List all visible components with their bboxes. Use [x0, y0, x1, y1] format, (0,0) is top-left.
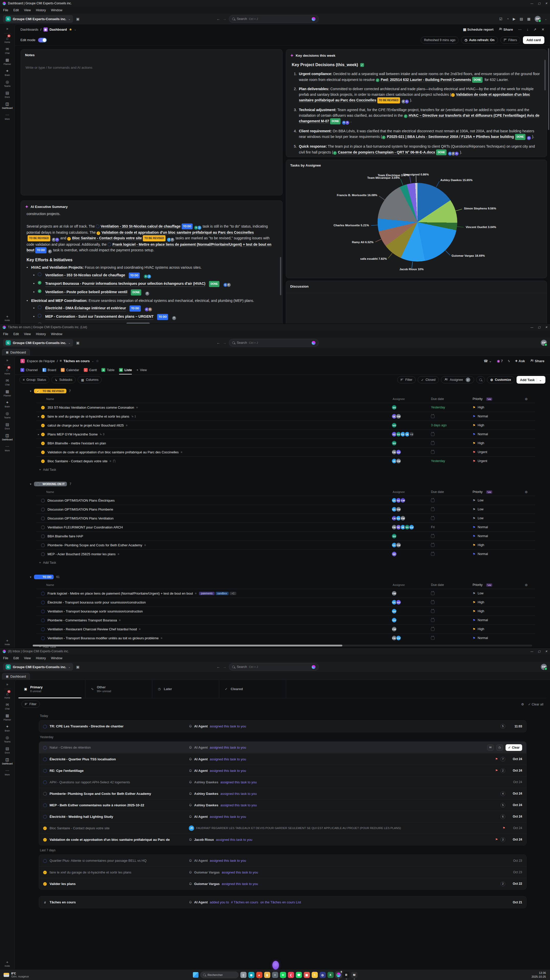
ask-button[interactable]: ✦ Ask	[515, 359, 525, 363]
search-tasks-button[interactable]	[476, 376, 485, 383]
user-avatar[interactable]: FM	[541, 340, 547, 346]
task-link[interactable]: P2025-021 | BBA Lévis - Sectionneur 200A…	[387, 135, 514, 139]
inbox-row[interactable]: #Tâches en coursAI Agentadded you to# Tâ…	[39, 896, 526, 908]
notes-card[interactable]: Notes Write or type / for commands and A…	[21, 49, 282, 196]
add-view-button[interactable]: +View	[136, 366, 147, 374]
assignee-cell[interactable]: SS	[393, 440, 431, 446]
taskbar-app-bolt[interactable]: ϟ	[312, 972, 318, 978]
assignee-cell[interactable]: FMAD	[393, 449, 431, 455]
rail-item-home[interactable]: ⌂8Home	[4, 36, 10, 43]
snooze-icon[interactable]: ◷	[496, 745, 503, 751]
search-input[interactable]: Search Ctrl + J	[229, 663, 319, 671]
notification-title[interactable]: Électricité - Quartier Plus TSS localisa…	[49, 757, 189, 761]
taskbar-app-folder[interactable]: ▮	[264, 972, 270, 978]
priority-cell[interactable]: ⚑Low	[473, 592, 517, 595]
scrollbar[interactable]	[280, 257, 281, 295]
favorite-star-icon[interactable]: ☆	[96, 359, 99, 363]
task-link[interactable]: MEP - Coronation - Suivi sur l'avancemen…	[45, 314, 153, 320]
notification-title[interactable]: Bloc Sanitaire - Contact depuis votre si…	[49, 826, 189, 830]
inbox-row[interactable]: Électricité - Wedding hall Lighting Stud…	[39, 811, 526, 822]
columns-button[interactable]: ▦ Columns	[78, 376, 102, 383]
priority-cell[interactable]: ⚑High	[473, 441, 517, 445]
tag[interactable]: paiements	[199, 592, 214, 595]
assignee-cell[interactable]: SS	[393, 533, 431, 539]
rail-item-brain[interactable]: ✦Brain	[5, 69, 10, 76]
inbox-row[interactable]: TR: CPE Les Tisserands - Directive de ch…	[39, 721, 526, 732]
task-link[interactable]: Transport Bourassa - Fournir information…	[45, 281, 206, 287]
task-row[interactable]: Discussion OPTIMISATION Plans Électrique…	[36, 496, 535, 505]
menu-item-view[interactable]: View	[24, 332, 31, 336]
menu-item-view[interactable]: View	[24, 8, 31, 12]
priority-cell[interactable]: ⚑High	[473, 423, 517, 427]
due-date-cell[interactable]: 3 days ago	[431, 423, 473, 427]
due-date-cell[interactable]	[431, 499, 473, 502]
taskbar-app-files[interactable]: ▯	[241, 972, 247, 978]
assignee-cell[interactable]: ADSSGVJR+3	[393, 431, 431, 437]
task-row[interactable]: Plomberie - Commentaires Transport Boura…	[36, 616, 535, 624]
chevron-down-icon[interactable]: ⌄	[74, 28, 76, 31]
assignee-cell[interactable]: SEFM	[393, 414, 431, 419]
due-date-cell[interactable]	[431, 517, 473, 520]
task-row[interactable]: Ventilation - Restaurant Charcoal Review…	[36, 624, 535, 633]
priority-cell[interactable]: ⚑High	[473, 406, 517, 409]
notes-placeholder[interactable]: Write or type / for commands and AI acti…	[21, 59, 282, 76]
taskbar-app-spotify[interactable]: ≋	[280, 972, 286, 978]
list-link[interactable]: # Tâches en cours	[231, 900, 258, 904]
task-name[interactable]: Discussion OPTIMISATION Plans Électrique…	[48, 498, 115, 503]
notification-title[interactable]: RE: Cpe l'enfantillage	[49, 769, 189, 773]
due-date-cell[interactable]: Yesterday	[431, 459, 473, 463]
task-name[interactable]: MEP - Acier Bouchard 25825 monter les pl…	[48, 552, 115, 556]
taskbar-app-grid[interactable]: ▦	[304, 972, 310, 978]
minimize-icon[interactable]: —	[530, 650, 533, 653]
due-date-cell[interactable]	[431, 601, 473, 604]
rail-item-brain[interactable]: ✦Brain	[5, 400, 10, 408]
notification-title[interactable]: Natur - Critères de rétention	[49, 746, 189, 749]
menu-item-window[interactable]: Window	[51, 656, 62, 660]
task-name[interactable]: BBA Blainville - mettre l'existant en pl…	[48, 441, 106, 445]
view-tab-channel[interactable]: #Channel	[21, 366, 38, 374]
assignee-cell[interactable]: GVADCM	[393, 498, 431, 503]
assignee-cell[interactable]: FM	[393, 590, 431, 596]
notification-title[interactable]: MEP - Beth Esther commentaires suite à r…	[49, 803, 189, 807]
key-decisions-card[interactable]: ✦Key decisions this week Key Project Dec…	[286, 49, 547, 157]
rail-item-chat[interactable]: ✉Chat	[5, 47, 10, 54]
timer-icon[interactable]: ◔	[507, 17, 509, 21]
rail-item-home[interactable]: ⌂8Home	[4, 692, 10, 699]
menu-item-history[interactable]: History	[36, 656, 46, 660]
more-icon[interactable]: ⋯	[518, 27, 522, 32]
add-column-icon[interactable]: ⊕	[517, 583, 535, 587]
search-input[interactable]: Search Ctrl + J	[229, 339, 319, 347]
add-task-button[interactable]: Add Task ⌄	[517, 376, 545, 383]
priority-cell[interactable]: ⚑Low	[473, 498, 517, 503]
due-date-cell[interactable]: Yesterday	[431, 406, 473, 409]
priority-cell[interactable]: ⚑Urgent	[473, 450, 517, 454]
clipboard-icon[interactable]: ▣	[76, 17, 80, 21]
taskbar-app-r-app[interactable]: R	[343, 972, 349, 978]
tab-primary[interactable]: ▣Primary8 unread	[18, 680, 85, 698]
due-date-cell[interactable]	[431, 442, 473, 445]
share-button[interactable]: Share	[530, 359, 544, 363]
task-row[interactable]: Ventilation FLEURIMONT pour Coordination…	[36, 523, 535, 531]
rail-item-home[interactable]: ⌂8Home	[4, 368, 10, 375]
task-name[interactable]: Plomberie - Commentaires Transport Boura…	[48, 618, 117, 622]
taskbar-app-shell[interactable]: ◉	[248, 972, 254, 978]
task-row[interactable]: Discussion OPTIMISATION Plans Ventilatio…	[36, 514, 535, 523]
view-tab-liste[interactable]: ≣Liste	[119, 366, 132, 374]
closed-button[interactable]: ✓ Closed	[418, 376, 438, 383]
task-row[interactable]: Électricité - Transport bourassa sortir …	[36, 598, 535, 606]
notification-title[interactable]: Électricité - Wedding hall Lighting Stud…	[49, 815, 189, 819]
automation-icon[interactable]: ϟ	[508, 359, 510, 363]
menu-item-window[interactable]: Window	[51, 8, 62, 12]
mark-read-icon[interactable]: ✉	[487, 745, 494, 751]
priority-cell[interactable]: ⚑High	[473, 600, 517, 604]
invite-button[interactable]: +Invite	[5, 960, 10, 967]
due-date-cell[interactable]	[431, 619, 473, 622]
group-header[interactable]: ▾✓TO BE REVISED7	[30, 387, 535, 395]
filter-button[interactable]: Filter	[397, 376, 416, 383]
notification-title[interactable]: Tâches en cours	[49, 900, 189, 904]
menu-item-view[interactable]: View	[24, 656, 31, 660]
inbox-row[interactable]: Plomberie- Plumbing Scope and Costs for …	[39, 788, 526, 799]
task-name[interactable]: Électricité - Transport bourassa sortir …	[48, 600, 146, 604]
task-name[interactable]: 353 ST-Nicolas Ventilation Commerces com…	[48, 406, 134, 409]
tag[interactable]: sandbox	[215, 592, 229, 595]
